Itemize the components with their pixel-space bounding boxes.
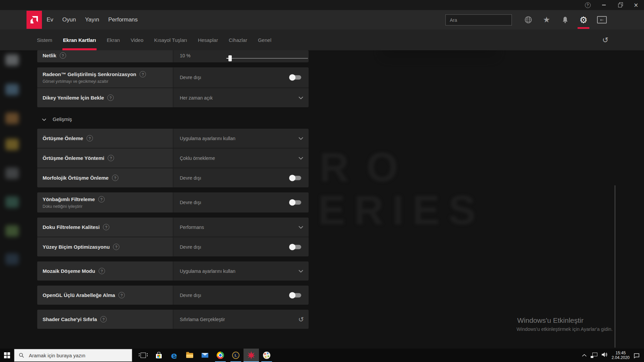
minimize-button[interactable] [596,0,612,10]
slider-thumb[interactable] [228,55,232,61]
tab-cihazlar[interactable]: Cihazlar [225,29,251,50]
globe-glyph [524,16,532,24]
action-center-icon[interactable] [634,353,639,358]
help-button[interactable]: ? [580,0,596,10]
tab-label: Video [130,37,143,43]
tab-hesaplar[interactable]: Hesaplar [195,29,221,50]
app-search-input[interactable] [449,17,511,23]
app-search-box[interactable] [445,14,512,25]
taskbar-task-view[interactable] [136,349,151,362]
setting-value: Devre dışı [180,293,201,298]
toggle-switch[interactable] [290,245,301,249]
reset-icon[interactable]: ↺ [298,315,304,323]
globe-icon[interactable] [519,10,537,29]
tab-sistem[interactable]: Sistem [34,29,56,50]
menu-yayın[interactable]: Yayın [85,16,99,23]
start-button[interactable] [0,349,14,362]
close-button[interactable]: × [628,0,644,10]
setting-value-cell[interactable]: Uygulama ayarlarını kullan [173,261,309,281]
tab-ekran-kartları[interactable]: Ekran Kartları [60,29,99,50]
volume-icon[interactable] [601,352,608,359]
setting-value-cell[interactable]: Her zaman açık [173,88,309,107]
star-glyph: ★ [543,15,550,24]
setting-row-sharpness: Netlik?10 % [37,50,309,62]
chevron-down-icon[interactable] [299,96,303,99]
help-icon[interactable]: ? [100,316,107,322]
toggle-switch[interactable] [290,75,301,80]
setting-label-cell: Doku Filtreleme Kalitesi? [37,218,173,237]
setting-label: Radeon™ Geliştirilmiş Senkronizasyon [43,71,136,77]
taskbar-mail[interactable] [197,349,213,362]
tray-chevron-up-icon[interactable] [582,352,587,358]
help-icon[interactable]: ? [107,95,114,101]
setting-label: Mozaik Döşeme Modu [43,268,95,274]
taskbar-search-input[interactable] [28,352,132,359]
help-icon[interactable]: ? [103,224,109,230]
chevron-down-icon[interactable] [299,157,303,160]
setting-value-cell[interactable]: Çoklu örnekleme [173,148,309,168]
help-icon[interactable]: ? [87,135,93,141]
taskbar-store[interactable] [151,349,166,362]
help-icon[interactable]: ? [108,155,114,161]
settings-group: Mozaik Döşeme Modu?Uygulama ayarlarını k… [37,261,309,281]
setting-value-cell: Devre dışı [173,286,309,305]
help-icon[interactable]: ? [60,52,66,59]
tab-kısayol-tuşları[interactable]: Kısayol Tuşları [151,29,191,50]
setting-value-cell[interactable]: Uygulama ayarlarını kullan [173,129,309,148]
help-icon[interactable]: ? [140,71,146,77]
help-icon[interactable]: ? [118,292,125,298]
taskbar-paint[interactable] [259,349,274,362]
taskbar-file-explorer[interactable] [182,349,197,362]
setting-row-tessellation-mode: Mozaik Döşeme Modu?Uygulama ayarlarını k… [37,261,309,281]
help-icon[interactable]: ? [112,175,118,181]
menu-performans[interactable]: Performans [108,16,138,23]
question-icon: ? [585,2,591,8]
toggle-switch[interactable] [290,176,301,180]
chevron-down-icon[interactable] [299,137,303,140]
amd-logo[interactable] [26,11,42,29]
toggle-switch[interactable] [290,293,301,297]
close-icon: × [634,2,638,8]
settings-icon[interactable]: ⚙ [574,10,593,29]
bell-glyph [561,16,569,24]
setting-row-opengl-triple-buffering: OpenGL Üçlü Arabelleğe Alma?Devre dışı [37,286,309,305]
toggle-switch[interactable] [290,200,301,205]
section-advanced-header[interactable]: Gelişmiş [42,116,309,122]
taskbar-search-box[interactable] [14,349,132,362]
chevron-down-icon[interactable] [299,269,303,273]
star-icon[interactable]: ★ [537,10,556,29]
tab-label: Cihazlar [229,37,247,43]
setting-label-cell: OpenGL Üçlü Arabelleğe Alma? [37,286,173,305]
restore-button[interactable] [612,0,628,10]
store-icon [156,354,162,358]
setting-row-morphological-aa: Morfolojik Örtüşme Önleme?Devre dışı [37,168,309,187]
restore-defaults-button[interactable]: ↺ [602,36,608,44]
content-scrollbar[interactable] [614,185,615,348]
clock[interactable]: 15:45 2.04.2020 [612,351,630,360]
network-icon[interactable] [591,353,597,358]
notifications-icon[interactable] [556,10,574,29]
chevron-down-icon[interactable] [299,226,303,229]
menu-oyun[interactable]: Oyun [62,16,76,23]
taskbar-chrome[interactable] [213,349,228,362]
help-icon[interactable]: ? [113,244,119,250]
taskbar-edge[interactable]: e [166,349,182,362]
tab-ekran[interactable]: Ekran [103,29,123,50]
tab-genel[interactable]: Genel [255,29,275,50]
taskbar: eL 15:45 2.04.2020 [0,349,644,362]
setting-value-cell[interactable]: Performans [173,218,309,237]
help-icon[interactable]: ? [99,268,105,274]
taskbar-radeon-software[interactable] [244,349,259,362]
menu-ev[interactable]: Ev [47,16,53,23]
sharpness-slider[interactable] [226,58,308,59]
setting-row-radeon-enhanced-sync: Radeon™ Geliştirilmiş Senkronizasyon?Gör… [37,67,309,87]
taskbar-league-of-legends[interactable]: L [228,349,244,362]
settings-group: Örtüşme Önleme?Uygulama ayarlarını kulla… [37,129,309,187]
windows-activation-title: Windows'u Etkinleştir [517,316,584,324]
help-icon[interactable]: ? [98,196,105,202]
collapse-icon[interactable]: ← [593,10,611,29]
tab-video[interactable]: Video [127,29,147,50]
radeon-software-icon [247,351,255,359]
setting-value-cell: Devre dışı [173,237,309,256]
tray-date: 2.04.2020 [612,355,630,360]
